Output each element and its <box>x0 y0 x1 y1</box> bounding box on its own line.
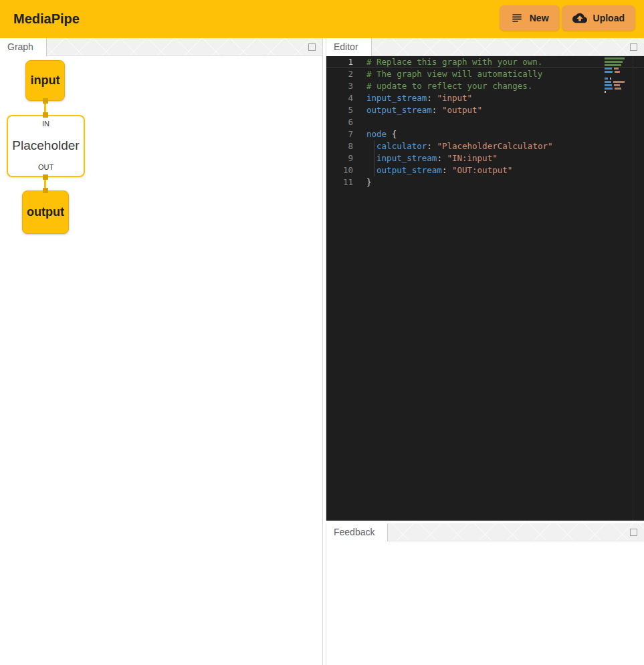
code-line[interactable]: 6 <box>326 116 644 128</box>
code-line[interactable]: 11} <box>326 176 644 188</box>
appbar-actions: New Upload <box>500 5 635 31</box>
placeholder-in-port[interactable] <box>43 112 48 118</box>
editor-maximize-icon[interactable] <box>630 43 637 51</box>
app-title: MediaPipe <box>13 11 80 27</box>
placeholder-out-port[interactable] <box>43 174 48 180</box>
code-line[interactable]: 5output_stream: "output" <box>326 104 644 116</box>
graph-panel: Graph input IN Placeholder OUT output <box>0 38 323 665</box>
code-editor[interactable]: 1# Replace this graph with your own.2# T… <box>326 56 644 521</box>
graph-canvas[interactable]: input IN Placeholder OUT output <box>0 56 322 665</box>
feedback-panel: Feedback <box>326 523 644 665</box>
feedback-content <box>326 541 644 665</box>
app-bar: MediaPipe New Upload <box>0 0 644 38</box>
overview-ruler <box>633 56 633 521</box>
placeholder-in-label: IN <box>42 120 49 128</box>
subject-lines-icon <box>510 11 524 25</box>
tab-editor[interactable]: Editor <box>326 38 372 56</box>
graph-maximize-icon[interactable] <box>308 43 316 51</box>
editor-tabstrip: Editor <box>326 38 644 56</box>
code-line[interactable]: 2# The graph view will automatically <box>326 68 644 80</box>
feedback-maximize-icon[interactable] <box>630 529 637 536</box>
output-node-in-port[interactable] <box>43 188 48 193</box>
code-line[interactable]: 3# update to reflect your changes. <box>326 80 644 92</box>
output-node-label: output <box>27 205 64 219</box>
feedback-tabstrip: Feedback <box>326 523 644 541</box>
input-node-label: input <box>31 74 60 88</box>
graph-node-input[interactable]: input <box>25 60 65 101</box>
tab-feedback[interactable]: Feedback <box>326 523 388 541</box>
graph-tabstrip: Graph <box>0 38 322 56</box>
tab-graph[interactable]: Graph <box>0 38 47 56</box>
editor-panel: Editor 1# Replace this graph with your o… <box>326 38 644 521</box>
placeholder-out-label: OUT <box>38 163 53 171</box>
new-button-label: New <box>530 13 549 23</box>
code-line[interactable]: 7node { <box>326 128 644 140</box>
new-button[interactable]: New <box>500 5 560 31</box>
upload-button-label: Upload <box>593 13 625 23</box>
code-line[interactable]: 4input_stream: "input" <box>326 92 644 104</box>
graph-node-placeholder[interactable]: IN Placeholder OUT <box>7 115 85 177</box>
upload-button[interactable]: Upload <box>562 5 635 31</box>
minimap[interactable] <box>605 57 629 94</box>
code-line[interactable]: 1# Replace this graph with your own. <box>326 56 644 68</box>
placeholder-node-label: Placeholder <box>12 138 79 153</box>
input-node-out-port[interactable] <box>43 98 48 104</box>
indent-guide <box>374 140 374 176</box>
cloud-upload-icon <box>572 11 587 25</box>
graph-node-output[interactable]: output <box>22 190 69 234</box>
